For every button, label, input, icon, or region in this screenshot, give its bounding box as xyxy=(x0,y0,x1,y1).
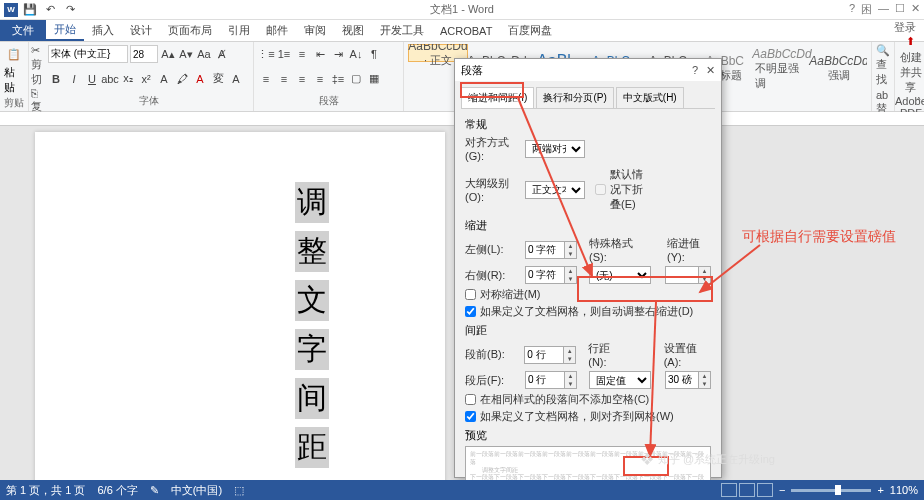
dlg-tab-breaks[interactable]: 换行和分页(P) xyxy=(536,87,613,108)
strike-icon[interactable]: abc xyxy=(102,71,118,87)
text-effect-icon[interactable]: A xyxy=(156,71,172,87)
view-mode-icons[interactable] xyxy=(721,483,773,497)
tab-file[interactable]: 文件 xyxy=(0,20,46,41)
minimize-icon[interactable]: — xyxy=(878,2,889,17)
dlg-tab-indent[interactable]: 缩进和间距(I) xyxy=(461,87,534,108)
qat-save-icon[interactable]: 💾 xyxy=(22,2,38,18)
qat-redo-icon[interactable]: ↷ xyxy=(62,2,78,18)
space-before-input[interactable] xyxy=(524,346,564,364)
ribbon-opts-icon[interactable]: 困 xyxy=(861,2,872,17)
sort-icon[interactable]: A↓ xyxy=(348,46,364,62)
status-page[interactable]: 第 1 页，共 1 页 xyxy=(6,483,85,498)
char-border-icon[interactable]: A xyxy=(228,71,244,87)
tab-view[interactable]: 视图 xyxy=(334,20,372,41)
zoom-slider[interactable] xyxy=(791,489,871,492)
cut-button[interactable]: ✂ 剪切 xyxy=(31,44,42,87)
borders-icon[interactable]: ▦ xyxy=(366,71,382,87)
indent-left-input[interactable] xyxy=(525,241,565,259)
dialog-close-icon[interactable]: ✕ xyxy=(706,64,715,77)
font-color-icon[interactable]: A xyxy=(192,71,208,87)
group-paragraph: 段落 xyxy=(258,93,399,109)
paste-icon[interactable]: 📋 xyxy=(4,44,24,64)
zoom-in-icon[interactable]: + xyxy=(877,484,883,496)
indent-value-input[interactable] xyxy=(665,266,699,284)
tab-insert[interactable]: 插入 xyxy=(84,20,122,41)
space-after-input[interactable] xyxy=(525,371,565,389)
status-lang[interactable]: 中文(中国) xyxy=(171,483,222,498)
tab-layout[interactable]: 页面布局 xyxy=(160,20,220,41)
status-proof-icon[interactable]: ✎ xyxy=(150,484,159,497)
alignment-select[interactable]: 两端对齐 xyxy=(525,140,585,158)
font-name-select[interactable] xyxy=(48,45,128,63)
paragraph-dialog: 段落 ?✕ 缩进和间距(I) 换行和分页(P) 中文版式(H) 常规 对齐方式(… xyxy=(454,58,722,478)
indent-inc-icon[interactable]: ⇥ xyxy=(330,46,346,62)
group-font: 字体 xyxy=(48,93,249,109)
annotation-text: 可根据自行需要设置磅值 xyxy=(742,228,896,246)
status-insert-icon[interactable]: ⬚ xyxy=(234,484,244,497)
word-icon: W xyxy=(4,3,18,17)
auto-indent-checkbox[interactable] xyxy=(465,306,476,317)
italic-icon[interactable]: I xyxy=(66,71,82,87)
outline-select[interactable]: 正文文本 xyxy=(525,181,585,199)
tab-home[interactable]: 开始 xyxy=(46,20,84,41)
line-spacing-at-input[interactable] xyxy=(665,371,699,389)
phonetic-icon[interactable]: 変 xyxy=(210,71,226,87)
align-center-icon[interactable]: ≡ xyxy=(276,71,292,87)
status-words[interactable]: 6/6 个字 xyxy=(97,483,137,498)
maximize-icon[interactable]: ☐ xyxy=(895,2,905,17)
numbering-icon[interactable]: 1≡ xyxy=(276,46,292,62)
collapse-ribbon-icon[interactable]: ˄ xyxy=(916,96,922,109)
underline-icon[interactable]: U xyxy=(84,71,100,87)
shading-icon[interactable]: ▢ xyxy=(348,71,364,87)
no-space-same-style-checkbox[interactable] xyxy=(465,394,476,405)
tab-design[interactable]: 设计 xyxy=(122,20,160,41)
qat-undo-icon[interactable]: ↶ xyxy=(42,2,58,18)
show-marks-icon[interactable]: ¶ xyxy=(366,46,382,62)
indent-dec-icon[interactable]: ⇤ xyxy=(312,46,328,62)
zoom-level[interactable]: 110% xyxy=(890,484,918,496)
tab-review[interactable]: 审阅 xyxy=(296,20,334,41)
document-text[interactable]: 调 整 文 字 间 距 xyxy=(295,182,329,476)
tab-references[interactable]: 引用 xyxy=(220,20,258,41)
tab-acrobat[interactable]: ACROBAT xyxy=(432,20,500,41)
paste-label[interactable]: 粘贴 xyxy=(4,65,24,95)
font-size-select[interactable] xyxy=(130,45,158,63)
document-page: 调 整 文 字 间 距 xyxy=(35,132,445,480)
align-left-icon[interactable]: ≡ xyxy=(258,71,274,87)
collapse-checkbox[interactable] xyxy=(595,184,606,195)
login-link[interactable]: 登录 xyxy=(886,20,924,41)
sup-icon[interactable]: x² xyxy=(138,71,154,87)
justify-icon[interactable]: ≡ xyxy=(312,71,328,87)
align-right-icon[interactable]: ≡ xyxy=(294,71,310,87)
line-spacing-icon[interactable]: ‡≡ xyxy=(330,71,346,87)
dialog-help-icon[interactable]: ? xyxy=(692,64,698,77)
shrink-font-icon[interactable]: A▾ xyxy=(178,46,194,62)
highlight-icon[interactable]: 🖍 xyxy=(174,71,190,87)
bullets-icon[interactable]: ⋮≡ xyxy=(258,46,274,62)
grow-font-icon[interactable]: A▴ xyxy=(160,46,176,62)
tab-baidu[interactable]: 百度网盘 xyxy=(500,20,560,41)
clear-format-icon[interactable]: A̸ xyxy=(214,46,230,62)
sub-icon[interactable]: x₂ xyxy=(120,71,136,87)
close-icon[interactable]: ✕ xyxy=(911,2,920,17)
change-case-icon[interactable]: Aa xyxy=(196,46,212,62)
find-button[interactable]: 🔍 查找 xyxy=(876,44,890,87)
line-spacing-select[interactable]: 固定值 xyxy=(589,371,651,389)
snap-grid-checkbox[interactable] xyxy=(465,411,476,422)
symmetric-indent-checkbox[interactable] xyxy=(465,289,476,300)
tab-developer[interactable]: 开发工具 xyxy=(372,20,432,41)
dlg-tab-chinese[interactable]: 中文版式(H) xyxy=(616,87,684,108)
bold-icon[interactable]: B xyxy=(48,71,64,87)
help-icon[interactable]: ? xyxy=(849,2,855,17)
indent-right-input[interactable] xyxy=(525,266,565,284)
tab-mail[interactable]: 邮件 xyxy=(258,20,296,41)
watermark: ❖知乎 @系统正在升级ing xyxy=(640,450,775,469)
multilevel-icon[interactable]: ≡ xyxy=(294,46,310,62)
dialog-title: 段落 xyxy=(461,63,483,78)
window-title: 文档1 - Word xyxy=(430,2,494,17)
zoom-out-icon[interactable]: − xyxy=(779,484,785,496)
special-indent-select[interactable]: (无) xyxy=(589,266,651,284)
